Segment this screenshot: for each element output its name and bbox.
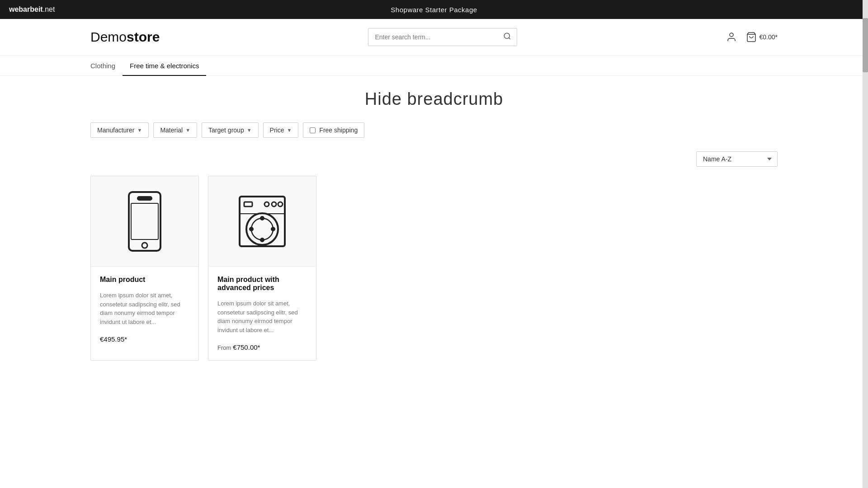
svg-point-15 — [261, 217, 264, 220]
nav-tabs: Clothing Free time & electronics — [0, 56, 868, 76]
store-name-light: Demo — [90, 29, 127, 44]
svg-rect-5 — [138, 197, 151, 200]
product-image-main — [91, 176, 198, 267]
cart-amount: €0.00* — [760, 33, 778, 41]
nav-tab-free-time-electronics[interactable]: Free time & electronics — [123, 56, 206, 76]
manufacturer-filter[interactable]: Manufacturer ▼ — [90, 122, 149, 138]
product-info-advanced: Main product with advanced prices Lorem … — [208, 267, 316, 360]
target-group-filter[interactable]: Target group ▼ — [202, 122, 259, 138]
search-button[interactable] — [498, 28, 517, 46]
washer-icon — [235, 190, 289, 253]
product-desc-main: Lorem ipsum dolor sit amet, consetetur s… — [100, 291, 189, 326]
price-filter[interactable]: Price ▼ — [263, 122, 299, 138]
top-banner: webarbeit.net Shopware Starter Package — [0, 0, 868, 19]
product-price-prefix-advanced: From — [217, 344, 231, 351]
search-input[interactable] — [368, 29, 498, 45]
product-card-advanced[interactable]: Main product with advanced prices Lorem … — [208, 176, 316, 361]
free-shipping-label: Free shipping — [319, 127, 358, 134]
user-icon — [726, 32, 737, 42]
svg-point-12 — [278, 202, 283, 206]
svg-rect-9 — [244, 202, 252, 206]
search-bar — [368, 28, 517, 46]
store-logo[interactable]: Demostore — [90, 29, 160, 45]
svg-point-16 — [261, 239, 264, 241]
product-name-main: Main product — [100, 276, 189, 284]
svg-rect-6 — [131, 203, 158, 239]
scrollbar-thumb — [863, 18, 868, 72]
target-group-chevron-icon: ▼ — [247, 127, 252, 133]
product-price-value-main: €495.95* — [100, 335, 127, 343]
svg-point-11 — [272, 202, 276, 206]
main-content: Hide breadcrumb Manufacturer ▼ Material … — [0, 76, 868, 374]
svg-point-0 — [505, 33, 510, 38]
page-title: Hide breadcrumb — [90, 89, 778, 109]
material-chevron-icon: ▼ — [185, 127, 190, 133]
product-card-main[interactable]: Main product Lorem ipsum dolor sit amet,… — [90, 176, 199, 361]
logo: webarbeit.net — [9, 5, 55, 14]
svg-point-2 — [730, 33, 733, 37]
svg-point-17 — [250, 228, 253, 230]
banner-title: Shopware Starter Package — [391, 6, 477, 14]
product-image-advanced — [208, 176, 316, 267]
free-shipping-checkbox[interactable] — [310, 127, 316, 133]
filters-row: Manufacturer ▼ Material ▼ Target group ▼… — [90, 122, 778, 138]
product-info-main: Main product Lorem ipsum dolor sit amet,… — [91, 267, 198, 352]
svg-point-18 — [272, 228, 274, 230]
product-price-advanced: From€750.00* — [217, 343, 307, 351]
target-group-filter-label: Target group — [208, 127, 244, 134]
material-filter[interactable]: Material ▼ — [153, 122, 197, 138]
header-actions: €0.00* — [726, 32, 778, 42]
svg-line-1 — [509, 38, 510, 39]
product-grid: Main product Lorem ipsum dolor sit amet,… — [90, 176, 778, 361]
product-price-main: €495.95* — [100, 335, 189, 343]
svg-point-14 — [251, 218, 273, 240]
sort-row: Name A-Z Name Z-A Price ascending Price … — [90, 151, 778, 167]
manufacturer-filter-label: Manufacturer — [97, 127, 134, 134]
search-icon — [503, 32, 511, 40]
svg-point-7 — [142, 243, 147, 248]
free-shipping-filter[interactable]: Free shipping — [303, 122, 364, 138]
page-scrollbar[interactable] — [863, 0, 868, 374]
product-name-advanced: Main product with advanced prices — [217, 276, 307, 292]
store-name-bold: store — [127, 29, 160, 44]
sort-select[interactable]: Name A-Z Name Z-A Price ascending Price … — [696, 151, 778, 167]
phone-icon — [118, 190, 172, 253]
cart-button[interactable]: €0.00* — [746, 32, 778, 42]
svg-point-10 — [264, 202, 269, 206]
user-account-button[interactable] — [726, 32, 737, 42]
product-price-value-advanced: €750.00* — [233, 343, 260, 351]
price-chevron-icon: ▼ — [287, 127, 292, 133]
cart-icon — [746, 32, 757, 42]
product-desc-advanced: Lorem ipsum dolor sit amet, consetetur s… — [217, 299, 307, 334]
manufacturer-chevron-icon: ▼ — [137, 127, 142, 133]
nav-tab-clothing[interactable]: Clothing — [90, 56, 123, 76]
header: Demostore €0.00* — [0, 19, 868, 56]
price-filter-label: Price — [270, 127, 284, 134]
material-filter-label: Material — [160, 127, 183, 134]
